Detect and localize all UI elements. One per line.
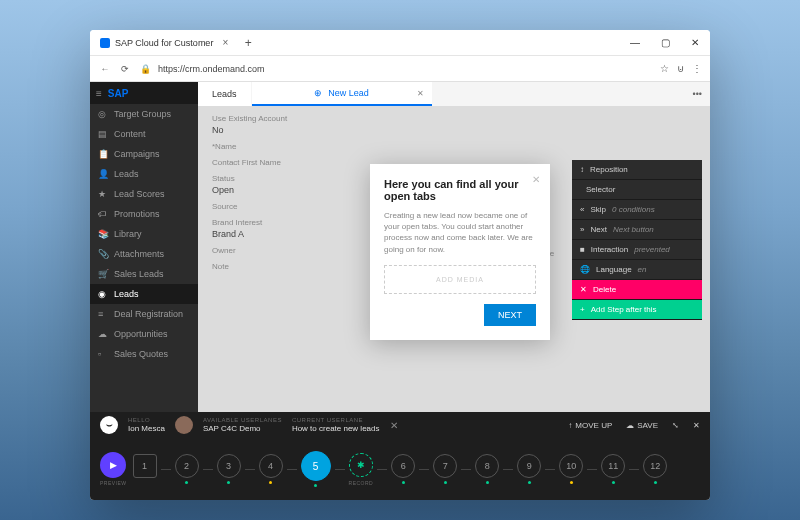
use-existing-value[interactable]: No	[212, 125, 696, 135]
userlane-logo: ⌣	[100, 416, 118, 434]
sidebar-item-deal-registration[interactable]: ≡Deal Registration	[90, 304, 198, 324]
add-media-dropzone[interactable]: ADD MEDIA	[384, 265, 536, 294]
nav-icon: ◎	[98, 109, 108, 119]
step-circle: 1	[133, 454, 157, 478]
lock-icon: 🔒	[138, 64, 152, 74]
ctx-skip[interactable]: «Skip 0 conditions	[572, 200, 702, 220]
tab-close-icon[interactable]: ×	[222, 37, 228, 48]
nav-label: Lead Scores	[114, 189, 165, 199]
nav-label: Content	[114, 129, 146, 139]
sidebar-item-leads[interactable]: 👤Leads	[90, 164, 198, 184]
ctx-icon: »	[580, 225, 584, 234]
tab-leads[interactable]: Leads	[198, 82, 251, 106]
record-label: RECORD	[349, 480, 374, 486]
sidebar-item-lead-scores[interactable]: ★Lead Scores	[90, 184, 198, 204]
sap-logo: SAP	[108, 88, 129, 99]
collapse-icon[interactable]: ⤡	[672, 421, 679, 430]
sap-favicon	[100, 38, 110, 48]
sidebar-item-sales-quotes[interactable]: ▫Sales Quotes	[90, 344, 198, 364]
nav-icon: ★	[98, 189, 108, 199]
timeline-step-8[interactable]: 8	[475, 454, 499, 484]
nav-icon: 👤	[98, 169, 108, 179]
nav-icon: 🛒	[98, 269, 108, 279]
preview-play-button[interactable]: ▶	[100, 452, 126, 478]
timeline-step-4[interactable]: 4	[259, 454, 283, 484]
timeline-step-3[interactable]: 3	[217, 454, 241, 484]
burger-icon[interactable]: ≡	[96, 88, 102, 99]
timeline-step-12[interactable]: 12	[643, 454, 667, 484]
step-circle: 3	[217, 454, 241, 478]
available-block: AVAILABLE USERLANES SAP C4C Demo	[203, 417, 282, 434]
use-existing-label: Use Existing Account	[212, 114, 696, 123]
timeline-step-9[interactable]: 9	[517, 454, 541, 484]
step-status-dot	[402, 481, 405, 484]
timeline-step-5[interactable]: 5	[301, 451, 331, 487]
ctx-interaction[interactable]: ■Interaction prevented	[572, 240, 702, 260]
minimize-button[interactable]: —	[620, 37, 650, 48]
step-circle: 4	[259, 454, 283, 478]
browser-window: SAP Cloud for Customer × + — ▢ ✕ ← ⟳ 🔒 h…	[90, 30, 710, 500]
nav-label: Sales Leads	[114, 269, 164, 279]
ctx-next[interactable]: »Next Next button	[572, 220, 702, 240]
sidebar-item-content[interactable]: ▤Content	[90, 124, 198, 144]
url-field[interactable]: https://crm.ondemand.com	[158, 64, 654, 74]
ctx-add-step-after-this[interactable]: +Add Step after this	[572, 300, 702, 320]
sidebar-item-promotions[interactable]: 🏷Promotions	[90, 204, 198, 224]
menu-icon[interactable]: ⋮	[692, 63, 702, 74]
close-icon[interactable]: ✕	[693, 421, 700, 430]
timeline-step-1[interactable]: 1	[133, 454, 157, 484]
step-circle: 2	[175, 454, 199, 478]
sidebar-item-sales-leads[interactable]: 🛒Sales Leads	[90, 264, 198, 284]
browser-tab[interactable]: SAP Cloud for Customer ×	[90, 30, 238, 55]
sidebar-item-attachments[interactable]: 📎Attachments	[90, 244, 198, 264]
nav-icon: ☁	[98, 329, 108, 339]
tab-close-icon[interactable]: ✕	[417, 89, 424, 98]
move-up-button[interactable]: ↑MOVE UP	[568, 421, 612, 430]
ctx-language[interactable]: 🌐Language en	[572, 260, 702, 280]
editor-close-icon[interactable]: ✕	[390, 420, 398, 431]
sidebar-item-opportunities[interactable]: ☁Opportunities	[90, 324, 198, 344]
window-controls: — ▢ ✕	[620, 37, 710, 48]
nav-label: Leads	[114, 169, 139, 179]
step-status-dot	[570, 481, 573, 484]
timeline-step-11[interactable]: 11	[601, 454, 625, 484]
save-button[interactable]: ☁SAVE	[626, 421, 658, 430]
timeline-step-✱[interactable]: ✱RECORD	[349, 453, 374, 486]
tab-overflow-icon[interactable]: •••	[685, 89, 710, 99]
timeline-step-10[interactable]: 10	[559, 454, 583, 484]
popup-body: Creating a new lead now became one of yo…	[384, 210, 536, 255]
extension-icon[interactable]: ⊍	[677, 63, 684, 74]
nav-icon: ≡	[98, 309, 108, 319]
timeline-step-7[interactable]: 7	[433, 454, 457, 484]
popup-close-icon[interactable]: ✕	[532, 174, 540, 185]
next-button[interactable]: NEXT	[484, 304, 536, 326]
step-circle: 7	[433, 454, 457, 478]
nav-label: Sales Quotes	[114, 349, 168, 359]
ctx-selector[interactable]: Selector	[572, 180, 702, 200]
star-icon[interactable]: ☆	[660, 63, 669, 74]
step-circle: 12	[643, 454, 667, 478]
reload-icon[interactable]: ⟳	[118, 64, 132, 74]
step-circle: ✱	[349, 453, 373, 477]
ctx-delete[interactable]: ✕Delete	[572, 280, 702, 300]
new-tab-button[interactable]: +	[238, 36, 258, 50]
sidebar-item-target-groups[interactable]: ◎Target Groups	[90, 104, 198, 124]
close-window-button[interactable]: ✕	[680, 37, 710, 48]
nav-label: Attachments	[114, 249, 164, 259]
step-status-dot	[269, 481, 272, 484]
timeline-step-2[interactable]: 2	[175, 454, 199, 484]
avatar[interactable]	[175, 416, 193, 434]
tab-new-lead[interactable]: ⊕ New Lead ✕	[252, 82, 432, 106]
maximize-button[interactable]: ▢	[650, 37, 680, 48]
sidebar-item-campaigns[interactable]: 📋Campaigns	[90, 144, 198, 164]
back-icon[interactable]: ←	[98, 64, 112, 74]
sidebar-item-library[interactable]: 📚Library	[90, 224, 198, 244]
move-up-icon: ↑	[568, 421, 572, 430]
step-status-dot	[612, 481, 615, 484]
browser-titlebar: SAP Cloud for Customer × + — ▢ ✕	[90, 30, 710, 56]
timeline-step-6[interactable]: 6	[391, 454, 415, 484]
nav-icon: ▤	[98, 129, 108, 139]
sidebar-item-leads[interactable]: ◉Leads	[90, 284, 198, 304]
ctx-reposition[interactable]: ↕Reposition	[572, 160, 702, 180]
step-status-dot	[185, 481, 188, 484]
